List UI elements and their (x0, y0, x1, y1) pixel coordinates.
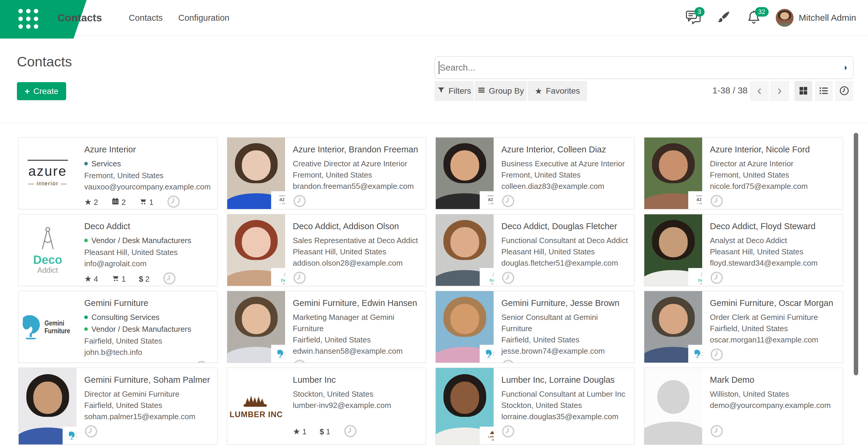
contact-card[interactable]: azure— interior — Azure Interior, Brando… (227, 137, 426, 209)
cart-badge-icon (139, 362, 147, 363)
company-logo-badge: GeminiFurniture (63, 426, 76, 444)
filters-button[interactable]: Filters (435, 81, 474, 101)
messages-button[interactable]: 3 (685, 9, 702, 26)
contact-location: Fairfield, United States (84, 335, 213, 347)
star-badge: ★4 (84, 275, 98, 284)
activity-clock-icon[interactable] (710, 348, 723, 362)
favorites-button[interactable]: ★ Favorites (528, 81, 587, 101)
contact-card[interactable]: LUMBER INC Lumber Inc, Lorraine Douglas … (435, 368, 634, 445)
badge-count: 1 (122, 275, 126, 284)
activity-clock-icon[interactable] (501, 194, 515, 209)
dollar-badge-icon: $ (139, 275, 143, 284)
badge-count: 4 (94, 275, 98, 284)
contact-card-footer (293, 268, 422, 286)
contact-card-footer (501, 192, 630, 209)
user-name: Mitchell Admin (799, 13, 856, 23)
contact-card-footer (84, 422, 213, 439)
contact-email: lumber-inv92@example.com (293, 400, 422, 411)
create-button[interactable]: + Create (17, 82, 66, 100)
contact-card-body: Deco Addict, Douglas Fletcher Functional… (494, 214, 634, 286)
contact-card[interactable]: GeminiFurniture Gemini Furniture, Jesse … (435, 291, 634, 363)
star-icon: ★ (535, 86, 542, 96)
company-logo-badge: DecoAddict (271, 268, 285, 286)
company-logo-badge: GeminiFurniture (688, 345, 702, 362)
contact-card-body: Azure Interior, Colleen Diaz Business Ex… (494, 137, 634, 209)
azure-interior-logo: azure— interior — (28, 160, 68, 187)
contact-card[interactable]: DecoAddict Deco Addict Vendor / Desk Man… (19, 214, 217, 286)
nav-menu-contacts[interactable]: Contacts (129, 0, 162, 36)
dollar-badge: $1 (320, 427, 331, 436)
star-badge-icon: ★ (84, 275, 92, 283)
group-by-button[interactable]: Group By (475, 81, 527, 101)
cart-badge-icon (111, 274, 120, 284)
contact-card[interactable]: Mark Demo Williston, United States demo@… (644, 368, 843, 445)
activity-clock-icon[interactable] (710, 194, 723, 209)
pager-previous-button[interactable]: ‹ (750, 81, 769, 101)
contact-location: Pleasant Hill, United States (84, 247, 213, 258)
azure-interior-logo: azure— interior — (696, 196, 702, 205)
dollar-badge-icon: $ (320, 427, 324, 436)
contact-image: GeminiFurniture (19, 291, 76, 362)
view-switch-activity[interactable] (835, 81, 853, 101)
search-input[interactable] (435, 56, 854, 79)
contact-name: Deco Addict (84, 221, 213, 231)
contact-job-title: Functional Consultant at Deco Addict (501, 235, 630, 246)
activity-clock-icon[interactable] (84, 424, 98, 439)
contact-card[interactable]: GeminiFurniture Gemini Furniture Consult… (19, 291, 217, 363)
company-logo-badge: GeminiFurniture (271, 345, 285, 362)
activity-clock-icon[interactable] (710, 424, 723, 439)
activity-clock-icon[interactable] (293, 271, 306, 286)
contact-card-body: Lumber Inc Stockton, United States lumbe… (285, 368, 426, 444)
contact-card[interactable]: DecoAddict Deco Addict, Floyd Steward An… (644, 214, 843, 286)
activities-button[interactable]: 32 (745, 9, 762, 26)
contact-card-body: Deco Addict Vendor / Desk Manufacturers … (76, 214, 217, 286)
search-bar (435, 56, 854, 79)
activity-clock-icon[interactable] (167, 195, 180, 209)
contact-card[interactable]: azure— interior — Azure Interior, Nicole… (644, 137, 843, 209)
contact-name: Gemini Furniture, Oscar Morgan (710, 298, 839, 308)
contact-card-footer (710, 192, 839, 209)
contact-card-body: Azure Interior, Nicole Ford Director at … (702, 137, 843, 209)
vertical-scrollbar-thumb[interactable] (854, 133, 858, 375)
activity-clock-icon[interactable] (162, 272, 176, 286)
tag-dot-icon (84, 315, 88, 319)
activity-clock-icon[interactable] (195, 360, 208, 363)
app-brand[interactable]: Contacts (58, 0, 102, 36)
gemini-furniture-logo: GeminiFurniture (20, 314, 75, 340)
activity-clock-icon[interactable] (343, 424, 357, 439)
view-switch-list[interactable] (815, 81, 833, 101)
contact-card[interactable]: azure— interior — Azure Interior, Collee… (435, 137, 634, 209)
view-switch-kanban[interactable] (795, 81, 812, 101)
activity-clock-icon[interactable] (501, 424, 515, 439)
contact-card[interactable]: LUMBER INC Lumber Inc Stockton, United S… (227, 368, 426, 445)
activity-clock-icon[interactable] (293, 194, 306, 209)
contact-card[interactable]: DecoAddict Deco Addict, Addison Olson Sa… (227, 214, 426, 286)
user-menu[interactable]: Mitchell Admin (776, 9, 856, 27)
contact-card[interactable]: GeminiFurniture Gemini Furniture, Oscar … (644, 291, 843, 363)
contact-email: colleen.diaz83@example.com (501, 181, 630, 192)
contact-card-body: Mark Demo Williston, United States demo@… (702, 368, 843, 444)
contact-card-footer: ★1$1 (293, 422, 422, 439)
contact-name: Azure Interior, Nicole Ford (710, 145, 839, 155)
activity-clock-icon[interactable] (710, 271, 723, 286)
activity-clock-icon[interactable] (293, 359, 306, 363)
contact-image: azure— interior — (436, 137, 494, 209)
contact-card[interactable]: GeminiFurniture Gemini Furniture, Soham … (19, 368, 217, 445)
contact-name: Deco Addict, Floyd Steward (710, 221, 839, 231)
contact-email: brandon.freeman55@example.com (293, 181, 422, 192)
contact-location: Stockton, United States (293, 388, 422, 400)
kanban-view-icon (798, 86, 808, 97)
nav-menu-configuration[interactable]: Configuration (178, 0, 229, 36)
activity-clock-icon[interactable] (501, 271, 515, 286)
kanban-grid: azure— interior — Azure Interior Service… (0, 123, 868, 445)
studio-button[interactable] (715, 9, 732, 26)
company-logo-badge: azure— interior — (271, 191, 285, 209)
contact-card-footer (501, 357, 630, 363)
contact-job-title: Marketing Manager at Gemini Furniture (293, 312, 422, 334)
pager-next-button[interactable]: › (770, 81, 789, 101)
activity-clock-icon[interactable] (501, 359, 515, 363)
contact-card[interactable]: GeminiFurniture Gemini Furniture, Edwin … (227, 291, 426, 363)
contact-card[interactable]: DecoAddict Deco Addict, Douglas Fletcher… (435, 214, 634, 286)
contact-card[interactable]: azure— interior — Azure Interior Service… (19, 137, 217, 209)
contact-image: GeminiFurniture (227, 291, 285, 362)
